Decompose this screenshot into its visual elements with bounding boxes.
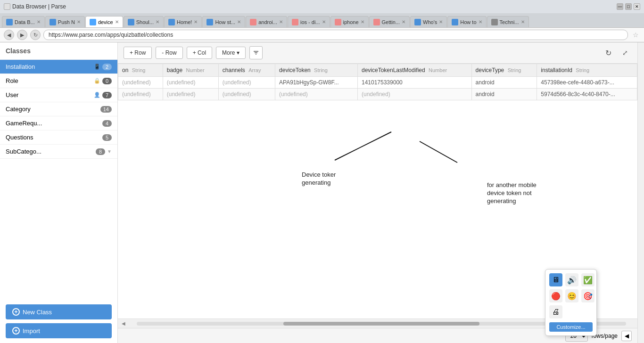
sidebar-item-role[interactable]: Role 🔒 0 <box>0 74 117 88</box>
data-table: on String badge Number channels Array <box>118 64 637 100</box>
url-input[interactable]: https://www.parse.com/apps/quizbattel/co… <box>43 30 628 40</box>
tab-android[interactable]: androi... ✕ <box>246 16 287 27</box>
tab-device[interactable]: device ✕ <box>85 16 123 27</box>
minimize-btn[interactable]: — <box>617 3 623 10</box>
tab-should[interactable]: Shoul... ✕ <box>124 16 164 27</box>
tab-close-11[interactable]: ✕ <box>439 19 443 24</box>
tab-close-13[interactable]: ✕ <box>521 19 525 24</box>
tab-howst[interactable]: How st... ✕ <box>202 16 245 27</box>
tab-push[interactable]: Push N ✕ <box>45 16 85 27</box>
previous-page-button[interactable]: ◀ <box>621 331 632 341</box>
tab-icon-howst <box>206 19 213 25</box>
tab-whos[interactable]: Who's ✕ <box>410 16 447 27</box>
sidebar-header: Classes <box>0 42 117 60</box>
tab-close-9[interactable]: ✕ <box>361 19 364 24</box>
tab-icon-techni <box>491 19 498 25</box>
tab-ios[interactable]: ios - di... ✕ <box>288 16 330 27</box>
tab-icon-android <box>250 19 256 25</box>
filter-button[interactable] <box>249 46 263 59</box>
vertical-scrollbar[interactable] <box>637 42 644 343</box>
new-class-button[interactable]: + New Class <box>6 304 112 319</box>
cell-on-1: (undefined) <box>118 77 163 89</box>
tab-icon-getting <box>373 19 380 25</box>
refresh-button[interactable]: ↻ <box>602 46 615 59</box>
table-row[interactable]: (undefined) (undefined) (undefined) (und… <box>118 89 637 100</box>
cell-devicetoken-2: (undefined) <box>275 89 358 100</box>
tab-close-2[interactable]: ✕ <box>77 19 81 24</box>
ext-icon-6[interactable]: 🎯 <box>581 289 594 302</box>
cell-devicetype-1: android <box>471 77 537 89</box>
tab-iphone[interactable]: iphone ✕ <box>330 16 369 27</box>
ext-icon-5[interactable]: 😊 <box>565 289 578 302</box>
close-btn[interactable]: ✕ <box>634 3 640 10</box>
installation-badge: 📱 2 <box>94 64 112 70</box>
tab-close-3[interactable]: ✕ <box>115 19 119 24</box>
ext-icon-3[interactable]: ✅ <box>581 273 594 286</box>
filter-icon <box>253 49 259 56</box>
scroll-left-icon[interactable]: ◀ <box>120 321 127 326</box>
category-badge: 14 <box>100 106 112 113</box>
tab-icon-ios <box>292 19 298 25</box>
bookmark-icon[interactable]: ☆ <box>631 30 640 40</box>
tab-close-12[interactable]: ✕ <box>479 19 482 24</box>
cell-devicetype-2: android <box>471 89 537 100</box>
table-row[interactable]: (undefined) (undefined) (undefined) APA9… <box>118 77 637 89</box>
sidebar-actions: + New Class + Import <box>0 300 117 343</box>
forward-button[interactable]: ▶ <box>17 30 27 40</box>
tab-close-7[interactable]: ✕ <box>279 19 283 24</box>
tab-data-browser[interactable]: Data B... ✕ <box>2 16 45 27</box>
tab-techni[interactable]: Techni... ✕ <box>487 16 529 27</box>
reload-button[interactable]: ↻ <box>30 30 41 40</box>
user-icon: 👤 <box>94 92 100 98</box>
scroll-thumb[interactable] <box>283 322 479 326</box>
tab-close-6[interactable]: ✕ <box>237 19 241 24</box>
customize-button[interactable]: Customize... <box>549 322 593 332</box>
tab-icon-home <box>168 19 175 25</box>
table-header-row: on String badge Number channels Array <box>118 64 637 77</box>
more-button[interactable]: More ▾ <box>216 47 246 59</box>
sidebar-item-user[interactable]: User 👤 7 <box>0 88 117 102</box>
gamerequ-badge: 4 <box>102 120 112 127</box>
annotation-text-1-line2: generating <box>302 179 330 186</box>
add-col-button[interactable]: + Col <box>187 47 212 59</box>
maximize-btn[interactable]: □ <box>625 3 632 10</box>
tab-icon-iphone <box>335 19 341 25</box>
annotation-line-1 <box>335 132 391 160</box>
tab-howto[interactable]: How to ✕ <box>447 16 486 27</box>
cell-devicetoken-1: APA91bHgySp-GW8F... <box>275 77 358 89</box>
questions-badge: 5 <box>102 134 112 141</box>
ext-icon-4[interactable]: 🔴 <box>549 289 562 302</box>
tab-close-1[interactable]: ✕ <box>37 19 41 24</box>
cell-devicetokenlastmodified-1: 1410175339000 <box>357 77 471 89</box>
ext-icon-1[interactable]: 🖥 <box>549 273 562 286</box>
tab-icon-push <box>50 19 56 25</box>
tab-close-10[interactable]: ✕ <box>402 19 405 24</box>
sidebar-item-subcatego[interactable]: SubCatego... 8 ▼ <box>0 145 117 159</box>
user-badge: 👤 7 <box>94 92 112 98</box>
tab-close-5[interactable]: ✕ <box>194 19 198 24</box>
col-header-devicetokenlastmodified: deviceTokenLastModified Number <box>357 64 471 77</box>
tab-close-8[interactable]: ✕ <box>322 19 326 24</box>
ext-icon-2[interactable]: 🔊 <box>565 273 578 286</box>
col-header-devicetype: deviceType String <box>471 64 537 77</box>
sidebar-item-installation[interactable]: Installation 📱 2 <box>0 60 117 74</box>
sidebar-item-questions[interactable]: Questions 5 <box>0 131 117 145</box>
sidebar-item-category[interactable]: Category 14 <box>0 102 117 116</box>
tab-icon-should <box>128 19 134 25</box>
cell-devicetokenlastmodified-2: (undefined) <box>357 89 471 100</box>
expand-button[interactable]: ⤢ <box>619 46 632 59</box>
sidebar-item-gamerequ[interactable]: GameRequ... 4 <box>0 116 117 131</box>
col-header-channels: channels Array <box>218 64 275 77</box>
cell-badge-1: (undefined) <box>163 77 218 89</box>
cell-channels-1: (undefined) <box>218 77 275 89</box>
tab-close-4[interactable]: ✕ <box>156 19 159 24</box>
import-button[interactable]: + Import <box>6 323 112 338</box>
tab-getting[interactable]: Gettin... ✕ <box>369 16 410 27</box>
class-list: Installation 📱 2 Role 🔒 0 User 👤 7 <box>0 60 117 300</box>
add-row-button[interactable]: + Row <box>124 47 152 59</box>
remove-row-button[interactable]: - Row <box>156 47 182 59</box>
back-button[interactable]: ◀ <box>4 30 14 40</box>
ext-icon-7[interactable]: 🖨 <box>549 305 562 318</box>
annotation-text-2-line2: device token not <box>487 189 532 196</box>
tab-home[interactable]: Home! ✕ <box>164 16 202 27</box>
